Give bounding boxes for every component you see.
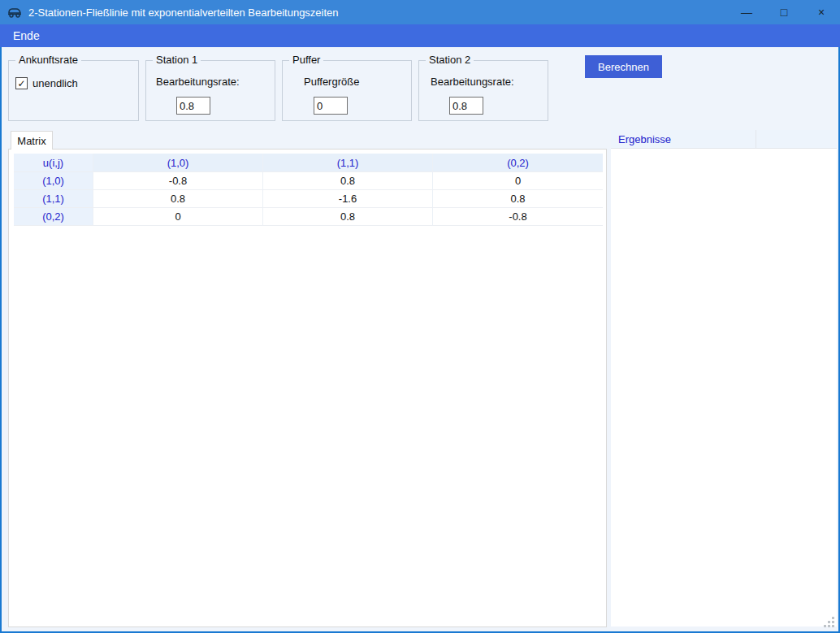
berechnen-button[interactable]: Berechnen — [585, 55, 662, 78]
matrix-tab-panel: u(i,j) (1,0) (1,1) (0,2) (1,0) -0.8 0.8 … — [8, 149, 607, 627]
window-controls: — □ × — [728, 0, 840, 24]
results-listview: Ergebnisse — [611, 130, 837, 626]
minimize-button[interactable]: — — [728, 0, 765, 24]
resize-grip-icon[interactable] — [824, 617, 834, 627]
menu-item-ende[interactable]: Ende — [0, 24, 53, 47]
app-car-icon — [7, 7, 22, 18]
station2-group-title: Station 2 — [426, 54, 474, 66]
matrix-corner-cell: u(i,j) — [14, 154, 93, 172]
window-title: 2-Stationen-Fließlinie mit exponentialve… — [28, 7, 339, 19]
matrix-cell: 0.8 — [433, 190, 603, 208]
matrix-cell: 0.8 — [93, 190, 263, 208]
matrix-col-header: (1,0) — [93, 154, 263, 172]
station2-group: Station 2 Bearbeitungsrate: — [418, 60, 548, 121]
matrix-row-header: (1,1) — [14, 190, 93, 208]
puffer-group: Puffer Puffergröße — [282, 60, 412, 121]
ankunftsrate-group-title: Ankunftsrate — [15, 54, 81, 66]
matrix-cell: 0 — [93, 208, 263, 226]
station1-rate-label: Bearbeitungsrate: — [156, 76, 240, 88]
matrix-cell: 0.8 — [263, 172, 433, 190]
puffer-size-label: Puffergröße — [304, 76, 359, 88]
matrix-row-header: (0,2) — [14, 208, 93, 226]
matrix-table: u(i,j) (1,0) (1,1) (0,2) (1,0) -0.8 0.8 … — [14, 154, 603, 226]
matrix-cell: 0.8 — [263, 208, 433, 226]
puffer-group-title: Puffer — [289, 54, 323, 66]
maximize-button[interactable]: □ — [765, 0, 803, 24]
results-header: Ergebnisse — [611, 130, 837, 149]
matrix-row-header: (1,0) — [14, 172, 93, 190]
puffer-size-input[interactable] — [314, 97, 348, 115]
unendlich-checkbox[interactable]: ✓ — [15, 77, 28, 89]
station1-group: Station 1 Bearbeitungsrate: — [145, 60, 275, 121]
matrix-cell: 0 — [433, 172, 603, 190]
station2-rate-label: Bearbeitungsrate: — [431, 76, 514, 88]
titlebar: 2-Stationen-Fließlinie mit exponentialve… — [0, 0, 840, 24]
tab-matrix[interactable]: Matrix — [11, 131, 53, 150]
matrix-col-header: (1,1) — [263, 154, 433, 172]
matrix-cell: -1.6 — [263, 190, 433, 208]
close-button[interactable]: × — [803, 0, 840, 24]
matrix-cell: -0.8 — [433, 208, 603, 226]
results-list-body[interactable] — [611, 149, 837, 626]
station1-rate-input[interactable] — [176, 97, 210, 115]
client-area: Ankunftsrate ✓ unendlich Station 1 Bearb… — [0, 47, 840, 633]
ankunftsrate-group: Ankunftsrate ✓ unendlich — [8, 60, 139, 121]
station1-group-title: Station 1 — [153, 54, 201, 66]
unendlich-checkbox-label: unendlich — [32, 77, 78, 89]
unendlich-checkbox-row[interactable]: ✓ unendlich — [15, 77, 78, 89]
matrix-cell: -0.8 — [93, 172, 263, 190]
station2-rate-input[interactable] — [449, 97, 483, 115]
menubar: Ende — [0, 24, 840, 47]
results-column-header-empty — [756, 130, 837, 148]
matrix-col-header: (0,2) — [433, 154, 603, 172]
results-column-header[interactable]: Ergebnisse — [611, 130, 756, 148]
